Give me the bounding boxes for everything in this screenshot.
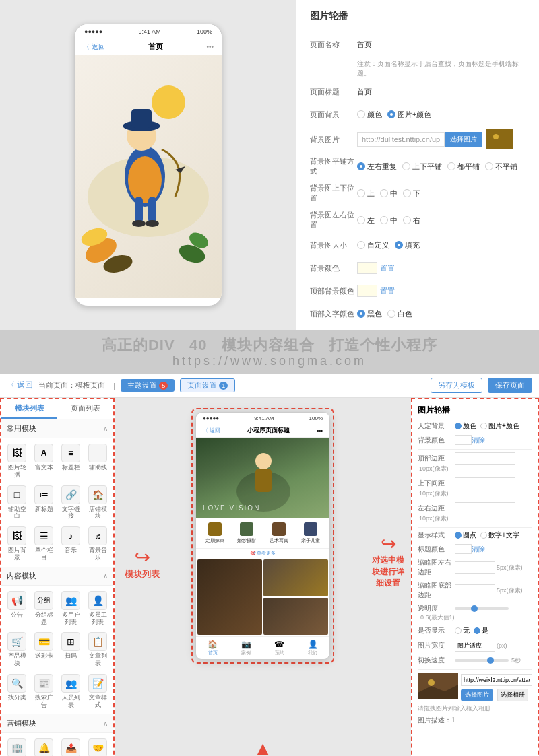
rp-display-dot[interactable] — [455, 532, 462, 539]
size-custom-radio[interactable] — [357, 241, 365, 249]
tile-none-option[interactable]: 不平铺 — [485, 162, 517, 172]
size-fill-radio[interactable] — [395, 241, 403, 249]
top-bg-color-picker[interactable] — [357, 285, 377, 297]
preview-tab-book[interactable]: ☎ 预约 — [274, 640, 284, 656]
save-page-button[interactable]: 保存页面 — [488, 378, 532, 393]
rp-thumb-lr-input[interactable] — [455, 561, 495, 574]
rp-imgcolor-option[interactable]: 图片+颜色 — [480, 421, 519, 431]
module-item-textlink[interactable]: 🔗 文字链接 — [58, 483, 84, 523]
module-item-grouptitle[interactable]: 分组 分组标题 — [31, 588, 57, 629]
preview-back[interactable]: 〈 返回 — [203, 427, 220, 434]
vpos-mid-radio[interactable] — [380, 189, 388, 197]
module-item-product[interactable]: 🛒 产品模块 — [4, 629, 30, 670]
bg-image-input[interactable] — [357, 132, 445, 147]
preview-cat-3[interactable]: 艺术写真 — [270, 522, 288, 544]
hpos-mid-option[interactable]: 中 — [380, 215, 398, 226]
module-item-gift[interactable]: 🔔 到店有礼 — [31, 736, 57, 756]
rp-choose-image-btn[interactable]: 选择图片 — [461, 689, 493, 701]
rp-tb-margin-input[interactable] — [455, 477, 515, 489]
tile-all-option[interactable]: 都平铺 — [447, 162, 480, 172]
vpos-mid-option[interactable]: 中 — [380, 188, 398, 199]
module-item-scan[interactable]: ⊞ 扫码 — [58, 629, 84, 670]
rp-color-dot[interactable] — [455, 423, 462, 429]
module-item-help[interactable]: 🤝 多多帮 — [85, 736, 110, 756]
module-item-recruit[interactable]: 📤 招募粉块 — [58, 736, 84, 756]
rp-bgcolor-picker[interactable] — [455, 435, 472, 445]
tile-tb-radio[interactable] — [402, 162, 410, 170]
module-item-slideshow[interactable]: 🖼 图片轮播 — [4, 441, 30, 481]
hpos-left-option[interactable]: 左 — [357, 215, 375, 226]
module-item-bgmusic[interactable]: ♬ 背景音乐 — [85, 524, 110, 564]
rp-lr-margin-input[interactable] — [455, 502, 515, 514]
text-black-radio[interactable] — [357, 310, 365, 318]
module-item-text[interactable]: A 富文本 — [31, 441, 57, 481]
tile-tb-option[interactable]: 上下平铺 — [402, 162, 442, 172]
size-custom-option[interactable]: 自定义 — [357, 240, 389, 250]
bg-color-radio[interactable] — [357, 110, 365, 118]
vpos-top-radio[interactable] — [357, 189, 365, 197]
hpos-right-radio[interactable] — [403, 216, 411, 224]
module-item-searchad[interactable]: 📰 搜索广告 — [31, 671, 57, 712]
module-item-multistaff[interactable]: 👤 多员工列表 — [85, 588, 110, 629]
module-item-giftcard[interactable]: 💳 送彩卡 — [31, 629, 57, 670]
module-item-column[interactable]: ☰ 单个栏目 — [31, 524, 57, 564]
tile-none-radio[interactable] — [485, 162, 493, 170]
tile-lr-option[interactable]: 左右重复 — [357, 162, 397, 172]
choose-image-button[interactable]: 选择图片 — [445, 132, 482, 147]
preview-cat-2[interactable]: 婚纱摄影 — [237, 522, 256, 544]
rp-speed-slider[interactable] — [455, 659, 509, 662]
module-item-notice[interactable]: 📢 公告 — [4, 588, 30, 629]
text-white-radio[interactable] — [387, 310, 395, 318]
module-tab-pages[interactable]: 页面列表 — [57, 399, 113, 419]
module-item-findcat[interactable]: 🔍 找分类 — [4, 671, 30, 712]
module-tab-list[interactable]: 模块列表 — [1, 399, 57, 419]
rp-show-no-dot[interactable] — [455, 627, 462, 634]
module-item-music[interactable]: ♪ 音乐 — [58, 524, 84, 564]
module-item-imgbg[interactable]: 🖼 图片背景 — [4, 524, 30, 564]
preview-cat-1[interactable]: 定期嫁束 — [205, 522, 224, 544]
bg-color-reset[interactable]: 置置 — [380, 263, 395, 273]
top-back-button[interactable]: 〈 返回 — [83, 42, 105, 52]
module-item-articlestyle[interactable]: 📝 文章样式 — [85, 671, 110, 712]
preview-tab-case[interactable]: 📷 案例 — [241, 640, 251, 656]
preview-tab-home[interactable]: 🏠 首页 — [208, 640, 218, 656]
rp-titlecolor-picker[interactable] — [455, 544, 472, 554]
rp-show-no[interactable]: 无 — [455, 626, 470, 635]
vpos-bot-radio[interactable] — [403, 189, 411, 197]
module-item-articlelist[interactable]: 📋 文章列表 — [85, 629, 110, 670]
rp-thumb-bot-input[interactable] — [455, 584, 495, 596]
tile-lr-radio[interactable] — [357, 162, 365, 170]
editor-tab-page[interactable]: 页面设置 1 — [180, 378, 235, 392]
save-template-button[interactable]: 另存为模板 — [431, 378, 482, 393]
top-bg-color-reset[interactable]: 置置 — [380, 286, 395, 296]
rp-image-url-input[interactable] — [461, 674, 532, 686]
preview-more-link[interactable]: 🎯 查看更多 — [196, 549, 329, 558]
rp-color-option[interactable]: 颜色 — [455, 421, 476, 431]
module-item-line[interactable]: — 辅助线 — [85, 441, 110, 481]
tile-all-radio[interactable] — [447, 162, 455, 170]
bg-image-option[interactable]: 图片+颜色 — [387, 110, 431, 120]
module-item-multiuser[interactable]: 👥 多用户列表 — [58, 588, 84, 629]
hpos-right-option[interactable]: 右 — [403, 215, 420, 226]
rp-numtext-dot[interactable] — [480, 532, 487, 539]
rp-titlecolor-reset[interactable]: 清除 — [472, 545, 485, 554]
preview-cat-4[interactable]: 亲子儿童 — [301, 522, 320, 544]
module-item-store[interactable]: 🏠 店铺模块 — [85, 483, 110, 523]
rp-imgwidth-input[interactable] — [455, 640, 495, 652]
module-item-title[interactable]: ≡ 标题栏 — [58, 441, 84, 481]
bg-color-picker[interactable] — [357, 262, 377, 274]
preview-tab-us[interactable]: 👤 我们 — [308, 640, 318, 656]
rp-show-yes-dot[interactable] — [474, 627, 480, 634]
hpos-left-radio[interactable] — [357, 216, 365, 224]
rp-opacity-slider[interactable] — [455, 607, 509, 610]
vpos-bot-option[interactable]: 下 — [403, 188, 420, 199]
text-black-option[interactable]: 黑色 — [357, 309, 382, 319]
editor-back-button[interactable]: 〈 返回 — [7, 380, 33, 391]
module-item-peoplelist[interactable]: 👥 人员列表 — [58, 671, 84, 712]
bg-image-radio[interactable] — [387, 110, 395, 118]
rp-dot-option[interactable]: 圆点 — [455, 530, 476, 540]
vpos-top-option[interactable]: 上 — [357, 188, 375, 199]
rp-numtext-option[interactable]: 数字+文字 — [480, 530, 519, 540]
rp-imgcolor-dot[interactable] — [480, 423, 487, 429]
rp-top-margin-input[interactable] — [455, 452, 515, 465]
